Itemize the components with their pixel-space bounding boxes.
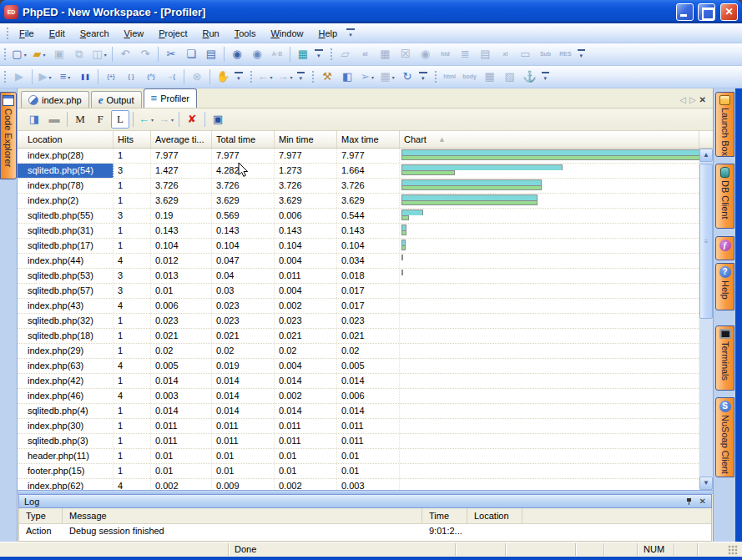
find-next-button[interactable]: ◉ [248, 45, 266, 63]
profiler-row[interactable]: sqlitedb.php(55)30.190.5690.0060.544 [18, 209, 699, 224]
toolbar-overflow-chevron[interactable]: ▾ [235, 72, 243, 82]
menu-search[interactable]: Search [73, 25, 117, 42]
profile-button[interactable]: ≡▾ [56, 68, 74, 86]
dock-tab-terminals[interactable]: Terminals [715, 325, 734, 391]
dock-tab-launch-box[interactable]: Launch Box [715, 92, 734, 157]
toolbar-overflow-chevron[interactable]: ▾ [542, 72, 550, 82]
profiler-row[interactable]: index.php(29)10.020.020.020.02 [18, 344, 699, 359]
menu-edit[interactable]: Edit [42, 25, 73, 42]
toolbar-overflow-chevron[interactable]: ▾ [297, 72, 305, 82]
new-file-button[interactable]: ▢▾ [10, 45, 28, 63]
profiler-row[interactable]: index.php(28)17.9777.9777.9777.977 [18, 149, 699, 164]
maximize-button[interactable] [698, 3, 715, 21]
dock-tab-nusoap-client[interactable]: NuSoap Client [715, 397, 734, 477]
minimize-button[interactable] [676, 3, 694, 21]
menubar-overflow-chevron[interactable]: ▾ [346, 28, 355, 38]
log-column-header[interactable]: Time [422, 508, 467, 523]
toolbar-grip[interactable] [433, 69, 437, 84]
column-header-total[interactable]: Total time [212, 131, 275, 148]
run-to-cursor-button[interactable]: →{ [162, 68, 180, 86]
profiler-row[interactable]: sqlitedb.php(57)30.010.030.0040.017 [18, 284, 699, 299]
menu-run[interactable]: Run [195, 25, 227, 42]
toolbar-grip[interactable] [3, 47, 7, 62]
sync-browse-button[interactable]: ↻ [398, 68, 416, 86]
profiler-row[interactable]: index.php(42)10.0140.0140.0140.014 [18, 374, 699, 389]
column-header-max[interactable]: Max time [337, 131, 400, 148]
log-close-icon[interactable]: ✕ [699, 497, 706, 506]
profiler-row[interactable]: sqlitedb.php(32)10.0230.0230.0230.023 [18, 314, 699, 329]
lines-view-button[interactable]: L [111, 110, 129, 129]
profiler-row[interactable]: sqlitedb.php(17)10.1040.1040.1040.104 [18, 239, 699, 254]
toolbar-overflow-chevron[interactable]: ▾ [315, 49, 323, 59]
toolbar-grip[interactable] [310, 69, 315, 84]
menubar-grip[interactable] [5, 26, 9, 41]
profiler-row[interactable]: sqlitedb.php(53)30.0130.040.0110.018 [18, 269, 699, 284]
modules-view-button[interactable]: M [71, 110, 89, 129]
profiler-row[interactable]: sqlitedb.php(4)10.0140.0140.0140.014 [18, 404, 699, 419]
dock-tab-db-client[interactable]: DB Client [715, 164, 734, 229]
profiler-row[interactable]: header.php(11)10.010.010.010.01 [18, 449, 699, 464]
profiler-row[interactable]: sqlitedb.php(31)10.1430.1430.1430.143 [18, 224, 699, 239]
menu-project[interactable]: Project [151, 25, 194, 42]
profiler-row[interactable]: index.php(62)40.0020.0090.0020.003 [18, 479, 699, 490]
step-into-button[interactable]: {+} [102, 68, 120, 86]
tab-output[interactable]: Output [91, 91, 142, 108]
publish-button[interactable]: ➢▾ [358, 68, 376, 86]
pin-icon[interactable] [685, 497, 693, 505]
copy-button[interactable]: ❏ [182, 45, 200, 63]
profiler-row[interactable]: index.php(46)40.0030.0140.0020.006 [18, 389, 699, 404]
menu-tools[interactable]: Tools [227, 25, 264, 42]
insert-anchor-button[interactable]: ⚓ [521, 68, 539, 86]
dock-tab-help[interactable]: Help [715, 263, 734, 310]
scroll-up-button[interactable]: ▲ [699, 149, 713, 162]
delete-report-button[interactable]: ✘ [183, 110, 201, 129]
menu-window[interactable]: Window [263, 25, 310, 42]
menu-help[interactable]: Help [311, 25, 346, 42]
profiler-row[interactable]: index.php(2)13.6293.6293.6293.629 [18, 194, 699, 209]
column-header-avg[interactable]: Average ti... [151, 131, 212, 148]
profiler-row[interactable]: index.php(30)10.0110.0110.0110.011 [18, 419, 699, 434]
column-header-chart[interactable]: Chart▲ [400, 131, 699, 148]
log-row[interactable]: ActionDebug session finished9:01:2... [19, 524, 711, 539]
cut-button[interactable]: ✂ [162, 45, 180, 63]
tools-button[interactable]: ⚒ [318, 68, 336, 86]
profiler-row[interactable]: footer.php(15)10.010.010.010.01 [18, 464, 699, 479]
close-button[interactable] [720, 3, 738, 21]
column-header-min[interactable]: Min time [275, 131, 337, 148]
find-button[interactable]: ◉ [228, 45, 246, 63]
log-column-header[interactable]: Message [63, 508, 422, 523]
profiler-row[interactable]: sqlitedb.php(3)10.0110.0110.0110.011 [18, 434, 699, 449]
vertical-scrollbar[interactable]: ▲ ≡ ▼ [699, 149, 713, 490]
toolbar-grip[interactable] [3, 69, 7, 84]
tab-profiler[interactable]: Profiler [144, 88, 197, 108]
open-report-button[interactable]: ◨ [25, 110, 43, 129]
pause-button[interactable]: ❚❚ [76, 68, 94, 86]
profiler-row[interactable]: index.php(78)13.7263.7263.7263.726 [18, 179, 699, 194]
menu-file[interactable]: File [12, 25, 42, 42]
paste-button[interactable]: ▤ [202, 45, 220, 63]
functions-view-button[interactable]: F [91, 110, 109, 129]
step-over-button[interactable]: { } [122, 68, 140, 86]
column-header-hits[interactable]: Hits [114, 131, 151, 148]
log-column-header[interactable]: Location [467, 508, 522, 523]
scrollbar-thumb[interactable]: ≡ [699, 164, 713, 319]
code-templates-button[interactable]: ▦ [294, 45, 312, 63]
collapse-rows-button[interactable]: ▬ [45, 110, 63, 129]
menu-view[interactable]: View [117, 25, 152, 42]
history-back-button[interactable]: ←▾ [137, 110, 155, 129]
profiler-row[interactable]: sqlitedb.php(54)31.4274.2821.2731.664 [18, 164, 699, 179]
log-column-header[interactable]: Type [19, 508, 63, 523]
dock-tab-code-explorer[interactable]: Code Explorer [0, 92, 17, 179]
toolbar-overflow-chevron[interactable]: ▾ [419, 72, 427, 82]
profiler-row[interactable]: index.php(44)40.0120.0470.0040.034 [18, 254, 699, 269]
profiler-row[interactable]: index.php(63)40.0050.0190.0040.005 [18, 359, 699, 374]
toolbar-grip[interactable] [329, 47, 333, 62]
scroll-down-button[interactable]: ▼ [699, 477, 713, 490]
toolbar-overflow-chevron[interactable]: ▾ [578, 49, 586, 59]
toolbar-grip[interactable] [249, 69, 253, 84]
resize-grip[interactable] [728, 545, 738, 555]
profiler-row[interactable]: sqlitedb.php(18)10.0210.0210.0210.021 [18, 329, 699, 344]
tab-index-php[interactable]: index.php [21, 91, 89, 108]
tab-close-button[interactable]: ✕ [699, 95, 706, 104]
ide-settings-button[interactable]: ◧ [338, 68, 356, 86]
